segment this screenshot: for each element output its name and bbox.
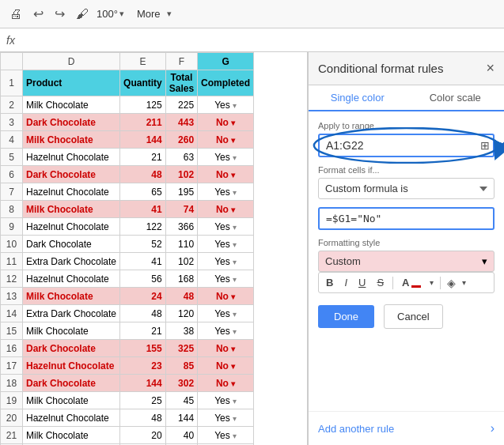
tab-color-scale[interactable]: Color scale <box>407 85 505 110</box>
quantity-cell: 41 <box>120 253 166 270</box>
completed-cell: No ▾ <box>198 357 254 375</box>
strikethrough-button[interactable]: S <box>374 276 386 289</box>
panel-tabs: Single color Color scale <box>309 85 504 111</box>
format-style-dropdown-icon[interactable]: ▾ <box>482 255 487 267</box>
panel-title: Conditional format rules <box>318 62 443 75</box>
table-row: 10Dark Chocolate52110Yes ▾ <box>1 236 254 253</box>
panel-buttons: Done Cancel <box>318 304 495 329</box>
completed-cell: No ▾ <box>198 340 254 357</box>
sales-cell: 302 <box>165 375 197 392</box>
add-rule-button[interactable]: Add another rule › <box>309 411 504 445</box>
fill-color-arrow-icon[interactable]: ▾ <box>462 278 466 287</box>
row-number: 11 <box>1 253 23 270</box>
product-cell: Hazelnut Chocolate <box>23 183 120 201</box>
table-row: 13Milk Chocolate2448No ▾ <box>1 288 254 305</box>
row-number: 14 <box>1 305 23 322</box>
range-grid-icon[interactable]: ⊞ <box>480 139 490 152</box>
italic-button[interactable]: I <box>342 276 350 289</box>
zoom-value: 100° <box>97 8 118 20</box>
product-cell: Milk Chocolate <box>23 322 120 340</box>
table-row: 12Hazelnut Chocolate56168Yes ▾ <box>1 270 254 288</box>
formula-value-box[interactable]: =$G1="No" <box>318 207 495 230</box>
col-header-e: E <box>120 53 166 70</box>
formatting-style-label: Formatting style <box>318 238 495 247</box>
underline-button[interactable]: U <box>356 276 368 289</box>
product-cell: Hazelnut Chocolate <box>23 409 120 427</box>
completed-cell: Yes ▾ <box>198 236 254 253</box>
header-cell: TotalSales <box>165 70 197 96</box>
product-cell: Milk Chocolate <box>23 427 120 444</box>
main-area: D E F G 1ProductQuantityTotalSalesComple… <box>0 52 504 445</box>
quantity-cell: 48 <box>120 409 166 427</box>
product-cell: Dark Chocolate <box>23 114 120 131</box>
product-cell: Extra Dark Chocolate <box>23 305 120 322</box>
print-icon[interactable]: 🖨 <box>6 6 25 23</box>
formula-bar: fx <box>0 28 504 52</box>
completed-cell: Yes ▾ <box>198 218 254 236</box>
sales-cell: 443 <box>165 114 197 131</box>
redo-icon[interactable]: ↪ <box>51 5 68 23</box>
formula-bar-input[interactable] <box>21 32 498 49</box>
quantity-cell: 24 <box>120 288 166 305</box>
completed-cell: No ▾ <box>198 375 254 392</box>
apply-range-section: Apply to range <box>318 121 495 157</box>
paint-format-icon[interactable]: 🖌 <box>73 6 92 23</box>
sales-cell: 260 <box>165 131 197 149</box>
bold-button[interactable]: B <box>324 276 335 289</box>
sales-cell: 195 <box>165 183 197 201</box>
quantity-cell: 52 <box>120 236 166 253</box>
product-cell: Dark Chocolate <box>23 375 120 392</box>
sales-cell: 325 <box>165 340 197 357</box>
undo-icon[interactable]: ↩ <box>30 5 47 23</box>
header-cell: Completed <box>198 70 254 96</box>
sales-cell: 74 <box>165 201 197 218</box>
completed-cell: No ▾ <box>198 131 254 149</box>
fill-color-button[interactable]: ◈ <box>447 277 456 289</box>
quantity-cell: 21 <box>120 322 166 340</box>
row-number: 10 <box>1 236 23 253</box>
zoom-arrow-icon: ▾ <box>119 9 124 19</box>
format-custom-text: Custom <box>325 255 361 267</box>
row-number: 4 <box>1 131 23 149</box>
completed-cell: Yes ▾ <box>198 149 254 166</box>
format-custom-bar: Custom ▾ <box>318 251 495 272</box>
row-number: 1 <box>1 70 23 96</box>
zoom-control[interactable]: 100° ▾ <box>97 8 124 20</box>
quantity-cell: 20 <box>120 427 166 444</box>
col-header-g: G <box>198 53 254 70</box>
formatting-style-section: Formatting style Custom ▾ B I U S A ▾ <box>318 238 495 293</box>
sales-cell: 48 <box>165 288 197 305</box>
sales-cell: 366 <box>165 218 197 236</box>
row-number: 2 <box>1 96 23 114</box>
spreadsheet: D E F G 1ProductQuantityTotalSalesComple… <box>0 52 308 445</box>
product-cell: Milk Chocolate <box>23 131 120 149</box>
tab-single-color[interactable]: Single color <box>309 85 407 111</box>
more-button[interactable]: More ▾ <box>132 6 172 21</box>
row-number: 12 <box>1 270 23 288</box>
table-row: 20Hazelnut Chocolate48144Yes ▾ <box>1 409 254 427</box>
panel-close-button[interactable]: × <box>486 60 495 77</box>
table-row: 21Milk Chocolate2040Yes ▾ <box>1 427 254 444</box>
table-row: 14Extra Dark Chocolate48120Yes ▾ <box>1 305 254 322</box>
row-number: 9 <box>1 218 23 236</box>
range-input[interactable] <box>318 134 495 157</box>
text-color-button[interactable]: A <box>400 276 423 289</box>
quantity-cell: 122 <box>120 218 166 236</box>
table-row: 19Milk Chocolate2545Yes ▾ <box>1 392 254 409</box>
format-condition-select[interactable]: Custom formula is <box>318 178 495 199</box>
cancel-button[interactable]: Cancel <box>384 304 442 329</box>
table-row: 18Dark Chocolate144302No ▾ <box>1 375 254 392</box>
product-cell: Milk Chocolate <box>23 288 120 305</box>
text-color-arrow-icon[interactable]: ▾ <box>430 278 434 287</box>
format-condition-label: Format cells if... <box>318 165 495 175</box>
completed-cell: Yes ▾ <box>198 253 254 270</box>
table-row: 8Milk Chocolate4174No ▾ <box>1 201 254 218</box>
done-button[interactable]: Done <box>318 305 374 328</box>
quantity-cell: 48 <box>120 305 166 322</box>
header-cell: Product <box>23 70 120 96</box>
quantity-cell: 125 <box>120 96 166 114</box>
corner-cell <box>1 53 23 70</box>
product-cell: Dark Chocolate <box>23 166 120 183</box>
more-arrow-icon: ▾ <box>167 9 172 19</box>
table-row: 2Milk Chocolate125225Yes ▾ <box>1 96 254 114</box>
